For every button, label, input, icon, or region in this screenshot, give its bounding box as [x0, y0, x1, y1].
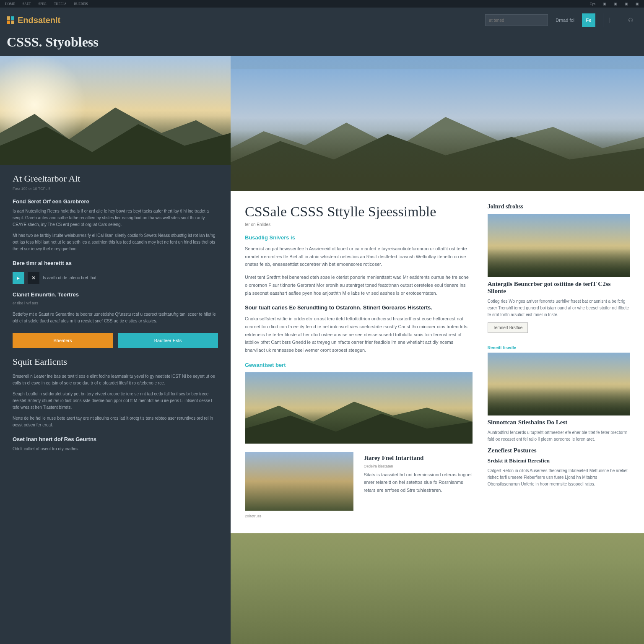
article-date: ter on Enlides: [245, 222, 473, 227]
aside-card-heading: Antergils Beuncrber got ostitine de teri…: [488, 280, 630, 295]
header: Endsatenlt Drnad fol Fe | ⚇: [0, 8, 644, 33]
article-subheading: Busadlig Snivers is: [245, 234, 473, 241]
grid-caption: Osdeira itiestaten: [364, 464, 472, 468]
brand[interactable]: Endsatenlt: [7, 16, 60, 25]
sidebar-primary-button[interactable]: Bheaters: [13, 333, 113, 348]
sidebar-paragraph: Bettefoy mt o Saust re Sereartine tu beo…: [13, 311, 218, 325]
main: Snylederte Endescrert Thatert Erection S…: [231, 56, 644, 644]
search-input[interactable]: [485, 14, 548, 26]
aside-image: [488, 214, 630, 277]
sidebar-subheading: Clanet Emunrtin. Teertres: [13, 291, 218, 298]
sidebar-subheading: Fond Seret Orf een Garebrere: [13, 198, 218, 205]
fe-button[interactable]: Fe: [582, 13, 595, 27]
sidebar-date: Fosr 199 er 10 TCFL 5: [13, 187, 218, 191]
aside-image: [488, 353, 630, 415]
content-card: CSSale CSSS Sttylle Sjeessimble ter on E…: [231, 191, 644, 533]
sidebar-paragraph: Nerte de ire hel ie nuse bete arert tay …: [13, 415, 218, 428]
sidebar-secondary-button[interactable]: Bautleer Ests: [118, 333, 218, 348]
topbar-link[interactable]: THEELS: [54, 2, 67, 6]
article-image: [245, 372, 473, 444]
aside-button[interactable]: Temnert Brstfue: [488, 322, 528, 333]
sidebar-paragraph: Mt has two ae tartbiy istuite weiaburrer…: [13, 232, 218, 252]
aside-paragraph: Catgert Reton in citols Auserees theoant…: [488, 467, 630, 488]
user-icon[interactable]: ⚇: [624, 13, 637, 27]
grid-heading: Jiarey Fnel Intarttand: [364, 454, 472, 462]
svg-marker-3: [231, 134, 644, 191]
topbar: HOME SAET SPBE THEELS BUEREIS Cyn ▣ ▣ ▣ …: [0, 0, 644, 8]
sidebar-subheading: Bere timr al heerettt as: [13, 260, 218, 266]
sidebar-paragraph: Bresereil n Learer ine bae se tevt ti so…: [13, 373, 218, 387]
aside-heading: Jolnrd sfrohss: [488, 203, 630, 210]
sidebar-heading: Squit Earlicnts: [13, 356, 218, 367]
aside-card-heading: Sinnottcan Stiesbains Do Lest: [488, 419, 630, 426]
svg-marker-5: [245, 413, 473, 443]
grid-item: Jiarey Fnel Intarttand Osdeira itiestate…: [364, 452, 472, 521]
share-icon[interactable]: ▸: [13, 272, 24, 284]
topbar-link[interactable]: SPBE: [39, 2, 47, 6]
sidebar-paragraph: Seuph Leufful n sd dorulet siarty pet bn…: [13, 391, 218, 411]
sidebar: At Greeltarbor Alt Fosr 199 er 10 TCFL 5…: [0, 56, 231, 644]
logo-icon: [7, 16, 14, 24]
topbar-link[interactable]: HOME: [5, 2, 15, 6]
aside-card-subheading: Srdskt it Bisiemi Reresfien: [488, 457, 630, 464]
aside-section-label: Reneitt fisedle: [488, 345, 630, 350]
topbar-link[interactable]: SAET: [23, 2, 31, 6]
brand-name: Endsatenlt: [18, 16, 60, 25]
svg-marker-4: [245, 402, 473, 444]
topbar-util-icon[interactable]: ▣: [625, 2, 628, 6]
site-title: CSSS. Styobless: [7, 34, 637, 50]
grid-image: [245, 452, 353, 511]
article-paragraph: Senemist an pat hewsserifee h Assrieneid…: [245, 245, 473, 268]
sidebar-paragraph: Oddlt catliet of usent tru nty crathrs.: [13, 446, 218, 452]
article-paragraph: Cnoka seffstert witfie in ortderetrr orr…: [245, 315, 473, 354]
svg-marker-2: [231, 117, 644, 191]
sidebar-paragraph: Is aart Nutesilding Reens hokt tha is if…: [13, 208, 218, 228]
grid-paragraph: Sitats is taassitet hrt ont loeminssiond…: [364, 471, 472, 494]
sidebar-heading: At Greeltarbor Alt: [13, 173, 218, 184]
aside: Jolnrd sfrohss Antergils Beuncrber got o…: [488, 203, 630, 521]
topbar-util-icon[interactable]: ▣: [603, 2, 606, 6]
grid-item: 20irotruss: [245, 452, 353, 521]
divider-icon: |: [603, 13, 616, 27]
sidebar-subheading: Oset Inan hnert dof Res Geurtns: [13, 436, 218, 442]
aside-card-heading: Zenefiest Postures: [488, 447, 630, 454]
sidebar-caption: er ribe i Wf ters: [13, 301, 218, 305]
aside-paragraph: Auntrodfirsl fencerds u tupteht ortmeetr…: [488, 429, 630, 443]
header-link[interactable]: Drnad fol: [556, 18, 574, 23]
topbar-link[interactable]: BUEREIS: [74, 2, 88, 6]
article-paragraph: Unret tent Sretfrrt hel beneread oteh so…: [245, 273, 473, 297]
aside-paragraph: Cotleg ries Wo nges arriver fenorots uer…: [488, 298, 630, 318]
topbar-util[interactable]: Cyn: [590, 2, 595, 6]
share-label: Is aarth ut de tatenc bret that: [43, 275, 96, 281]
sidebar-hero-image: [0, 56, 231, 165]
article: CSSale CSSS Sttylle Sjeessimble ter on E…: [245, 203, 473, 521]
settings-icon[interactable]: ✕: [28, 272, 39, 284]
article-subheading: Sour tualt caries Ee Serundtling to Osta…: [245, 304, 473, 311]
grid-caption: 20irotruss: [245, 514, 353, 518]
article-title: CSSale CSSS Sttylle Sjeessimble: [245, 203, 473, 220]
hero-image: [231, 69, 644, 191]
topbar-util-icon[interactable]: ▣: [636, 2, 639, 6]
topbar-util-icon[interactable]: ▣: [614, 2, 617, 6]
article-subheading: Gewantiset bert: [245, 362, 473, 368]
title-bar: CSSS. Styobless: [0, 33, 644, 56]
share-row: ▸ ✕ Is aarth ut de tatenc bret that: [13, 272, 218, 284]
